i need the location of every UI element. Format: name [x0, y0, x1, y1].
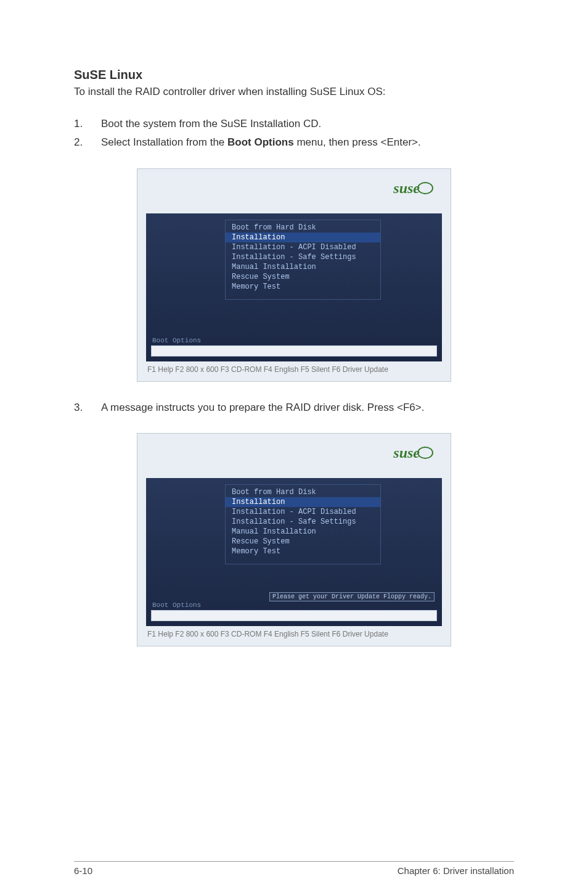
boot-menu-item: Memory Test — [231, 547, 375, 556]
fkey-hints: F1 Help F2 800 x 600 F3 CD-ROM F4 Englis… — [146, 626, 442, 640]
step-number: 2. — [74, 135, 101, 150]
boot-menu-item: Manual Installation — [231, 262, 375, 272]
step-number: 1. — [74, 117, 101, 131]
boot-menu-item: Rescue System — [231, 272, 375, 282]
boot-menu-item-selected: Installation — [226, 233, 380, 242]
suse-logo: suse — [393, 445, 433, 461]
boot-menu-item: Manual Installation — [231, 527, 375, 537]
boot-menu-item: Installation - Safe Settings — [231, 252, 375, 262]
driver-floppy-message: Please get your Driver Update Floppy rea… — [269, 592, 435, 601]
step-text-bold: Boot Options — [227, 136, 294, 148]
boot-menu-item: Boot from Hard Disk — [231, 223, 375, 233]
section-heading: SuSE Linux — [74, 68, 514, 82]
boot-menu-item-selected: Installation — [226, 497, 380, 507]
boot-menu-item: Installation - ACPI Disabled — [231, 242, 375, 252]
suse-logo: suse — [393, 180, 433, 197]
step-text: Boot the system from the SuSE Installati… — [101, 117, 514, 131]
boot-menu-item: Boot from Hard Disk — [231, 487, 375, 497]
step-text: Select Installation from the Boot Option… — [101, 135, 514, 150]
fkey-hints: F1 Help F2 800 x 600 F3 CD-ROM F4 Englis… — [146, 361, 442, 375]
boot-menu-item: Rescue System — [231, 537, 375, 547]
suse-boot-screenshot-1: suse Boot from Hard Disk Installation In… — [137, 168, 451, 382]
boot-menu: Boot from Hard Disk Installation Install… — [225, 484, 381, 564]
boot-menu-item: Installation - Safe Settings — [231, 517, 375, 527]
steps-list-1: 1. Boot the system from the SuSE Install… — [74, 117, 514, 150]
page-number: 6-10 — [74, 865, 92, 876]
step-text-post: menu, then press <Enter>. — [294, 136, 421, 148]
step-number: 3. — [74, 400, 101, 415]
step-text-pre: Select Installation from the — [101, 136, 227, 148]
suse-boot-screenshot-2: suse Boot from Hard Disk Installation In… — [137, 433, 451, 646]
boot-options-label: Boot Options — [152, 601, 201, 609]
step-text: A message instructs you to prepare the R… — [101, 400, 514, 415]
boot-menu-item: Memory Test — [231, 282, 375, 292]
steps-list-2: 3. A message instructs you to prepare th… — [74, 400, 514, 415]
intro-text: To install the RAID controller driver wh… — [74, 86, 514, 98]
boot-options-input — [151, 345, 437, 357]
boot-menu-item: Installation - ACPI Disabled — [231, 507, 375, 517]
boot-options-label: Boot Options — [152, 337, 201, 344]
chapter-label: Chapter 6: Driver installation — [398, 865, 514, 876]
boot-menu: Boot from Hard Disk Installation Install… — [225, 220, 381, 300]
boot-options-input — [151, 610, 437, 621]
